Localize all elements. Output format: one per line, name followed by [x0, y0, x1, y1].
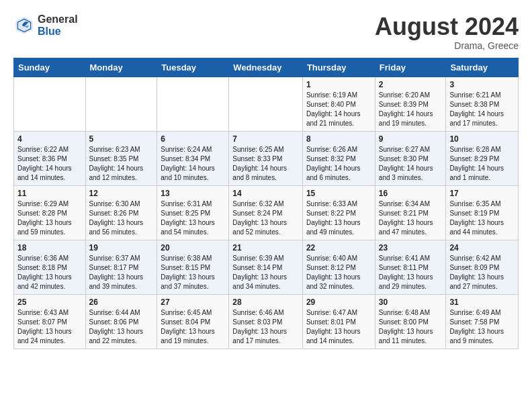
day-cell: 4Sunrise: 6:22 AM Sunset: 8:36 PM Daylig…	[14, 131, 86, 185]
day-info: Sunrise: 6:48 AM Sunset: 8:00 PM Dayligh…	[379, 308, 443, 346]
page-header: General Blue August 2024 Drama, Greece	[13, 13, 519, 51]
day-cell: 24Sunrise: 6:42 AM Sunset: 8:09 PM Dayli…	[446, 240, 519, 294]
day-number: 22	[306, 243, 371, 253]
week-row-1: 1Sunrise: 6:19 AM Sunset: 8:40 PM Daylig…	[14, 77, 519, 131]
day-number: 2	[379, 80, 443, 89]
day-cell: 8Sunrise: 6:26 AM Sunset: 8:32 PM Daylig…	[302, 131, 375, 185]
logo-blue-text: Blue	[38, 26, 78, 38]
day-cell: 27Sunrise: 6:45 AM Sunset: 8:04 PM Dayli…	[157, 294, 229, 349]
day-cell: 25Sunrise: 6:43 AM Sunset: 8:07 PM Dayli…	[14, 294, 86, 349]
day-number: 27	[161, 298, 225, 307]
header-day-monday: Monday	[85, 58, 157, 77]
week-row-3: 11Sunrise: 6:29 AM Sunset: 8:28 PM Dayli…	[14, 185, 519, 240]
day-info: Sunrise: 6:28 AM Sunset: 8:29 PM Dayligh…	[449, 145, 515, 183]
day-cell: 1Sunrise: 6:19 AM Sunset: 8:40 PM Daylig…	[302, 77, 375, 131]
logo-text: General Blue	[38, 13, 78, 37]
day-info: Sunrise: 6:22 AM Sunset: 8:36 PM Dayligh…	[17, 145, 82, 183]
header-day-thursday: Thursday	[302, 58, 375, 77]
day-cell: 20Sunrise: 6:38 AM Sunset: 8:15 PM Dayli…	[157, 240, 229, 294]
day-info: Sunrise: 6:37 AM Sunset: 8:17 PM Dayligh…	[89, 254, 154, 291]
day-number: 18	[17, 243, 82, 253]
day-info: Sunrise: 6:19 AM Sunset: 8:40 PM Dayligh…	[306, 91, 371, 128]
day-info: Sunrise: 6:36 AM Sunset: 8:18 PM Dayligh…	[17, 254, 82, 291]
day-cell: 29Sunrise: 6:47 AM Sunset: 8:01 PM Dayli…	[302, 294, 375, 349]
day-info: Sunrise: 6:32 AM Sunset: 8:24 PM Dayligh…	[232, 199, 299, 237]
day-cell: 9Sunrise: 6:27 AM Sunset: 8:30 PM Daylig…	[375, 131, 446, 185]
day-info: Sunrise: 6:27 AM Sunset: 8:30 PM Dayligh…	[379, 145, 443, 183]
day-info: Sunrise: 6:39 AM Sunset: 8:14 PM Dayligh…	[232, 254, 299, 291]
day-number: 17	[449, 189, 515, 198]
day-cell: 2Sunrise: 6:20 AM Sunset: 8:39 PM Daylig…	[375, 77, 446, 131]
day-number: 6	[161, 134, 225, 144]
day-number: 26	[89, 298, 154, 307]
day-info: Sunrise: 6:26 AM Sunset: 8:32 PM Dayligh…	[306, 145, 371, 183]
day-number: 1	[306, 80, 371, 89]
month-year-title: August 2024	[375, 13, 519, 40]
header-row: SundayMondayTuesdayWednesdayThursdayFrid…	[14, 58, 519, 77]
day-cell: 12Sunrise: 6:30 AM Sunset: 8:26 PM Dayli…	[85, 185, 157, 240]
calendar-body: 1Sunrise: 6:19 AM Sunset: 8:40 PM Daylig…	[14, 77, 519, 349]
day-info: Sunrise: 6:33 AM Sunset: 8:22 PM Dayligh…	[306, 199, 371, 237]
day-number: 14	[232, 189, 299, 198]
day-cell: 17Sunrise: 6:35 AM Sunset: 8:19 PM Dayli…	[446, 185, 519, 240]
day-cell: 13Sunrise: 6:31 AM Sunset: 8:25 PM Dayli…	[157, 185, 229, 240]
day-info: Sunrise: 6:45 AM Sunset: 8:04 PM Dayligh…	[161, 308, 225, 346]
calendar-header: SundayMondayTuesdayWednesdayThursdayFrid…	[14, 58, 519, 77]
header-day-saturday: Saturday	[446, 58, 519, 77]
week-row-5: 25Sunrise: 6:43 AM Sunset: 8:07 PM Dayli…	[14, 294, 519, 349]
location-label: Drama, Greece	[375, 40, 519, 51]
day-number: 3	[449, 80, 515, 89]
day-cell: 23Sunrise: 6:41 AM Sunset: 8:11 PM Dayli…	[375, 240, 446, 294]
header-day-friday: Friday	[375, 58, 446, 77]
day-number: 30	[379, 298, 443, 307]
title-block: August 2024 Drama, Greece	[375, 13, 519, 51]
day-cell: 18Sunrise: 6:36 AM Sunset: 8:18 PM Dayli…	[14, 240, 86, 294]
day-cell	[229, 77, 303, 131]
day-info: Sunrise: 6:49 AM Sunset: 7:58 PM Dayligh…	[449, 308, 515, 346]
logo-general-text: General	[38, 13, 78, 26]
day-number: 11	[17, 189, 82, 198]
day-number: 4	[17, 134, 82, 144]
day-info: Sunrise: 6:25 AM Sunset: 8:33 PM Dayligh…	[232, 145, 299, 183]
day-info: Sunrise: 6:38 AM Sunset: 8:15 PM Dayligh…	[161, 254, 225, 291]
day-cell: 5Sunrise: 6:23 AM Sunset: 8:35 PM Daylig…	[85, 131, 157, 185]
day-number: 23	[379, 243, 443, 253]
day-info: Sunrise: 6:34 AM Sunset: 8:21 PM Dayligh…	[379, 199, 443, 237]
day-number: 9	[379, 134, 443, 144]
day-info: Sunrise: 6:24 AM Sunset: 8:34 PM Dayligh…	[161, 145, 225, 183]
header-day-tuesday: Tuesday	[157, 58, 229, 77]
day-info: Sunrise: 6:46 AM Sunset: 8:03 PM Dayligh…	[232, 308, 299, 346]
day-info: Sunrise: 6:41 AM Sunset: 8:11 PM Dayligh…	[379, 254, 443, 291]
week-row-4: 18Sunrise: 6:36 AM Sunset: 8:18 PM Dayli…	[14, 240, 519, 294]
day-info: Sunrise: 6:29 AM Sunset: 8:28 PM Dayligh…	[17, 199, 82, 237]
day-cell: 22Sunrise: 6:40 AM Sunset: 8:12 PM Dayli…	[302, 240, 375, 294]
day-info: Sunrise: 6:21 AM Sunset: 8:38 PM Dayligh…	[449, 91, 515, 128]
header-day-sunday: Sunday	[14, 58, 86, 77]
day-number: 7	[232, 134, 299, 144]
day-number: 20	[161, 243, 225, 253]
day-cell: 30Sunrise: 6:48 AM Sunset: 8:00 PM Dayli…	[375, 294, 446, 349]
day-cell: 6Sunrise: 6:24 AM Sunset: 8:34 PM Daylig…	[157, 131, 229, 185]
day-number: 19	[89, 243, 154, 253]
day-number: 16	[379, 189, 443, 198]
header-day-wednesday: Wednesday	[229, 58, 303, 77]
day-cell: 10Sunrise: 6:28 AM Sunset: 8:29 PM Dayli…	[446, 131, 519, 185]
week-row-2: 4Sunrise: 6:22 AM Sunset: 8:36 PM Daylig…	[14, 131, 519, 185]
day-number: 25	[17, 298, 82, 307]
day-cell: 11Sunrise: 6:29 AM Sunset: 8:28 PM Dayli…	[14, 185, 86, 240]
day-info: Sunrise: 6:42 AM Sunset: 8:09 PM Dayligh…	[449, 254, 515, 291]
day-number: 10	[449, 134, 515, 144]
day-cell: 26Sunrise: 6:44 AM Sunset: 8:06 PM Dayli…	[85, 294, 157, 349]
day-info: Sunrise: 6:30 AM Sunset: 8:26 PM Dayligh…	[89, 199, 154, 237]
day-info: Sunrise: 6:31 AM Sunset: 8:25 PM Dayligh…	[161, 199, 225, 237]
day-cell: 19Sunrise: 6:37 AM Sunset: 8:17 PM Dayli…	[85, 240, 157, 294]
day-info: Sunrise: 6:44 AM Sunset: 8:06 PM Dayligh…	[89, 308, 154, 346]
day-cell: 16Sunrise: 6:34 AM Sunset: 8:21 PM Dayli…	[375, 185, 446, 240]
logo: General Blue	[13, 13, 78, 37]
day-info: Sunrise: 6:47 AM Sunset: 8:01 PM Dayligh…	[306, 308, 371, 346]
calendar-table: SundayMondayTuesdayWednesdayThursdayFrid…	[13, 58, 519, 349]
day-number: 29	[306, 298, 371, 307]
day-info: Sunrise: 6:20 AM Sunset: 8:39 PM Dayligh…	[379, 91, 443, 128]
day-number: 8	[306, 134, 371, 144]
day-number: 12	[89, 189, 154, 198]
